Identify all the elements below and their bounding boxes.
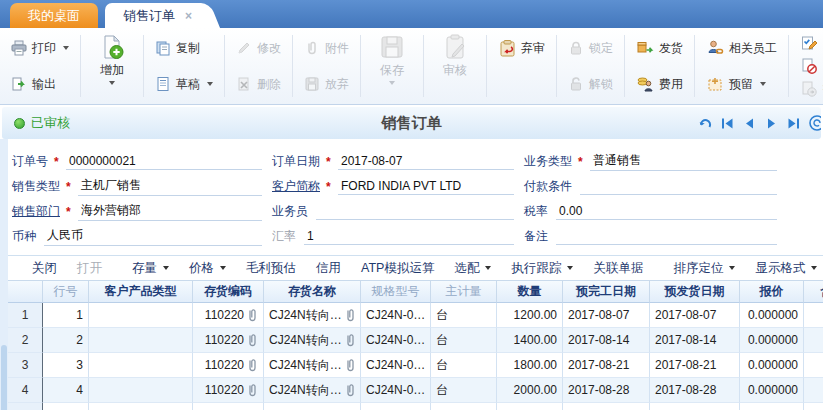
cell-customer-product-type[interactable]	[89, 328, 193, 353]
reserve-button[interactable]: 预留	[701, 68, 782, 100]
cell-planned-finish-date[interactable]: 2017-08-07	[563, 303, 650, 328]
cell-planned-ship-date[interactable]: 2017-08-28	[650, 378, 740, 403]
credit-action[interactable]: 信用	[306, 260, 351, 277]
cell-planned-finish-date[interactable]: 2017-08-21	[563, 353, 650, 378]
payment-terms-field-value[interactable]	[580, 179, 777, 195]
order-no-field-value[interactable]: 0000000021	[66, 154, 262, 170]
cell-customer-product-type[interactable]	[89, 403, 193, 410]
close-doc-button[interactable]: 关闭	[795, 55, 823, 77]
cell-line-no[interactable]: 4	[43, 378, 89, 403]
output-button[interactable]: 输出	[6, 68, 74, 100]
cell-tax-price[interactable]: 0	[804, 378, 823, 403]
column-header-inventory-name[interactable]: 存货名称	[264, 281, 361, 303]
copy-button[interactable]: 复制	[150, 32, 218, 64]
first-record-icon[interactable]	[720, 116, 735, 131]
sales-dept-field-value[interactable]: 海外营销部	[78, 202, 262, 221]
tab-sales-order[interactable]: 销售订单×	[105, 3, 202, 28]
customer-abbr-field-label[interactable]: 客户简称	[272, 178, 320, 195]
cell-tax-price[interactable]: 0	[804, 353, 823, 378]
chevron-down-icon[interactable]	[389, 81, 395, 85]
column-header-quote-price[interactable]: 报价	[740, 281, 804, 303]
refresh-icon[interactable]	[698, 116, 713, 131]
cell-tax-price[interactable]: 0	[804, 303, 823, 328]
chevron-down-icon[interactable]	[163, 266, 169, 270]
cell-planned-ship-date[interactable]: 2017-08-21	[650, 353, 740, 378]
cell-quote-price[interactable]	[740, 403, 804, 410]
cell-main-unit[interactable]	[431, 403, 497, 410]
chevron-down-icon[interactable]	[729, 266, 735, 270]
cell-inventory-code[interactable]: 110220	[193, 303, 264, 328]
remarks-field-value[interactable]	[556, 229, 777, 245]
cell-planned-ship-date[interactable]	[650, 403, 740, 410]
chevron-down-icon[interactable]	[567, 266, 573, 270]
cell-planned-ship-date[interactable]: 2017-08-14	[650, 328, 740, 353]
cell-inventory-code[interactable]: 110220	[193, 353, 264, 378]
chevron-down-icon[interactable]	[63, 46, 69, 50]
cell-row-index[interactable]: 1	[8, 303, 43, 328]
cell-row-index[interactable]: 3	[8, 353, 43, 378]
column-header-line-no[interactable]: 行号	[43, 281, 89, 303]
chevron-down-icon[interactable]	[485, 266, 491, 270]
column-header-quantity[interactable]: 数量	[497, 281, 563, 303]
table-row[interactable]: 5	[8, 403, 823, 410]
order-date-field-value[interactable]: 2017-08-07	[338, 154, 514, 170]
cell-inventory-name[interactable]: CJ24N转向…	[264, 353, 361, 378]
cell-spec-model[interactable]: CJ24N-0…	[361, 303, 431, 328]
cell-quote-price[interactable]: 0.000000	[740, 328, 804, 353]
cell-inventory-name[interactable]: CJ24N转向…	[264, 303, 361, 328]
cell-spec-model[interactable]: CJ24N-0…	[361, 328, 431, 353]
display-format-action[interactable]: 显示格式	[745, 260, 823, 277]
cell-line-no[interactable]: 1	[43, 303, 89, 328]
cell-main-unit[interactable]: 台	[431, 378, 497, 403]
table-row[interactable]: 11110220CJ24N转向…CJ24N-0…台1200.002017-08-…	[8, 303, 823, 328]
cell-planned-finish-date[interactable]: 2017-08-14	[563, 328, 650, 353]
cell-main-unit[interactable]: 台	[431, 303, 497, 328]
cell-inventory-name[interactable]	[264, 403, 361, 410]
column-header-row-index[interactable]	[8, 281, 43, 303]
deliver-button[interactable]: 发货	[631, 32, 688, 64]
cell-inventory-name[interactable]: CJ24N转向…	[264, 328, 361, 353]
record-lookup-icon[interactable]	[808, 114, 821, 132]
cell-row-index[interactable]: 4	[8, 378, 43, 403]
unaudit-button[interactable]: 弃审	[493, 32, 550, 64]
next-record-icon[interactable]	[764, 116, 779, 131]
customer-abbr-field-value[interactable]: FORD INDIA PVT LTD	[338, 179, 514, 195]
sales-dept-field-label[interactable]: 销售部门	[12, 203, 60, 220]
cell-quantity[interactable]	[497, 403, 563, 410]
cell-tax-price[interactable]: 0	[804, 328, 823, 353]
collapsed-left-panel[interactable]	[0, 139, 8, 410]
cell-quantity[interactable]: 1800.00	[497, 353, 563, 378]
table-row[interactable]: 44110220CJ24N转向…CJ24N-0…台2000.002017-08-…	[8, 378, 823, 403]
sales-type-field-value[interactable]: 主机厂销售	[78, 177, 262, 196]
cell-spec-model[interactable]: CJ24N-0…	[361, 378, 431, 403]
column-header-planned-ship-date[interactable]: 预发货日期	[650, 281, 740, 303]
gross-profit-action[interactable]: 毛利预估	[236, 260, 306, 277]
cell-planned-finish-date[interactable]: 2017-08-28	[563, 378, 650, 403]
column-header-main-unit[interactable]: 主计量	[431, 281, 497, 303]
last-record-icon[interactable]	[786, 116, 801, 131]
cell-main-unit[interactable]: 台	[431, 353, 497, 378]
table-row[interactable]: 33110220CJ24N转向…CJ24N-0…台1800.002017-08-…	[8, 353, 823, 378]
cell-inventory-code[interactable]: 110220	[193, 328, 264, 353]
cell-quote-price[interactable]: 0.000000	[740, 353, 804, 378]
change-button[interactable]: 变更	[795, 32, 823, 54]
exchange-rate-field-value[interactable]: 1	[304, 229, 514, 245]
tab-my-desktop[interactable]: 我的桌面	[10, 3, 98, 28]
chevron-down-icon[interactable]	[760, 82, 766, 86]
cell-quantity[interactable]: 1200.00	[497, 303, 563, 328]
sort-position-action[interactable]: 排序定位	[663, 260, 745, 277]
stock-action[interactable]: 存量	[122, 260, 179, 277]
price-action[interactable]: 价格	[179, 260, 236, 277]
cell-line-no[interactable]: 3	[43, 353, 89, 378]
currency-field-value[interactable]: 人民币	[44, 227, 262, 246]
chevron-down-icon[interactable]	[109, 81, 115, 85]
cell-spec-model[interactable]	[361, 403, 431, 410]
cell-quote-price[interactable]: 0.000000	[740, 303, 804, 328]
chevron-down-icon[interactable]	[207, 82, 213, 86]
column-header-inventory-code[interactable]: 存货编码	[193, 281, 264, 303]
cell-customer-product-type[interactable]	[89, 353, 193, 378]
atp-simulation-action[interactable]: ATP模拟运算	[351, 260, 444, 277]
cell-quantity[interactable]: 2000.00	[497, 378, 563, 403]
table-row[interactable]: 22110220CJ24N转向…CJ24N-0…台1400.002017-08-…	[8, 328, 823, 353]
related-staff-button[interactable]: 相关员工	[701, 32, 782, 64]
